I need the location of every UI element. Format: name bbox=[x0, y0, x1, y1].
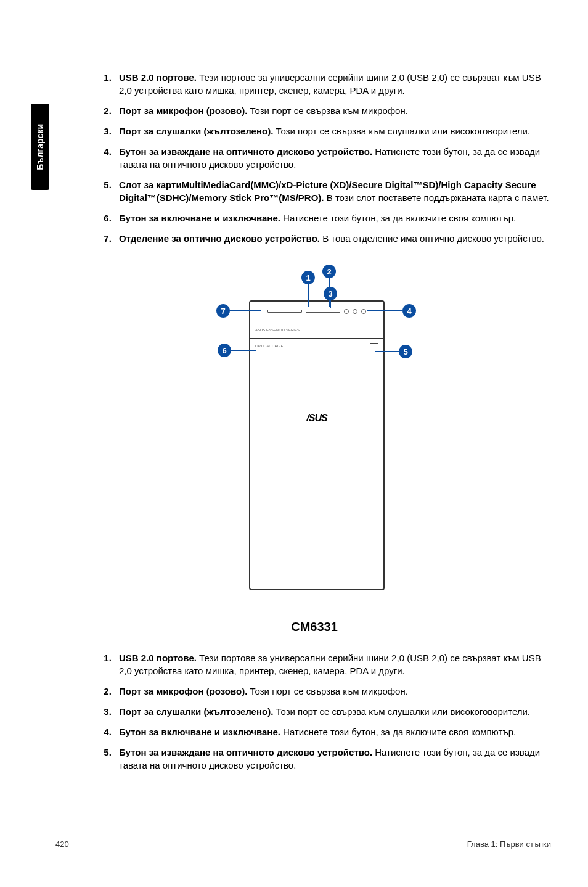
page-number: 420 bbox=[55, 840, 69, 849]
callout-5: 5 bbox=[399, 345, 412, 358]
list-item: Порт за слушалки (жълтозелено). Този пор… bbox=[114, 705, 552, 718]
list-item: Бутон за включване и изключване. Натисне… bbox=[114, 725, 552, 738]
list-item: Бутон за изваждане на оптичното дисково … bbox=[114, 746, 552, 772]
feature-list-1: USB 2.0 портове. Тези портове за универс… bbox=[77, 71, 552, 245]
list-item: USB 2.0 портове. Тези портове за универс… bbox=[114, 71, 552, 97]
list-item: Бутон за включване и изключване. Натисне… bbox=[114, 212, 552, 225]
list-item: Слот за картиMultiMediaCard(MMC)/xD-Pict… bbox=[114, 178, 552, 204]
callout-3: 3 bbox=[324, 287, 337, 300]
page-footer: 420 Глава 1: Първи стъпки bbox=[55, 833, 551, 849]
tower-front: ASUS ESSENTIO SERIES OPTICAL DRIVE /SUS bbox=[249, 300, 385, 590]
list-item: Порт за микрофон (розово). Този порт се … bbox=[114, 104, 552, 117]
callout-6: 6 bbox=[218, 344, 231, 357]
model-label: CM6331 bbox=[77, 620, 552, 634]
list-item: USB 2.0 портове. Тези портове за универс… bbox=[114, 651, 552, 677]
language-tab: Български bbox=[31, 104, 49, 190]
list-item: Отделение за оптично дисково устройство.… bbox=[114, 232, 552, 245]
list-item: Бутон за изваждане на оптичното дисково … bbox=[114, 145, 552, 171]
product-figure: 1 2 3 4 5 6 7 ASUS ESSENTIO SERIES OPTIC… bbox=[178, 263, 451, 609]
list-item: Порт за слушалки (жълтозелено). Този пор… bbox=[114, 125, 552, 138]
chapter-label: Глава 1: Първи стъпки bbox=[467, 840, 551, 849]
callout-2: 2 bbox=[322, 265, 336, 278]
list-item: Порт за микрофон (розово). Този порт се … bbox=[114, 685, 552, 698]
callout-4: 4 bbox=[402, 304, 416, 318]
page-content: USB 2.0 портове. Тези портове за универс… bbox=[77, 71, 552, 779]
brand-logo: /SUS bbox=[250, 413, 383, 424]
callout-1: 1 bbox=[301, 271, 315, 284]
callout-7: 7 bbox=[216, 304, 230, 318]
language-label: Български bbox=[35, 124, 45, 170]
feature-list-2: USB 2.0 портове. Тези портове за универс… bbox=[77, 651, 552, 772]
